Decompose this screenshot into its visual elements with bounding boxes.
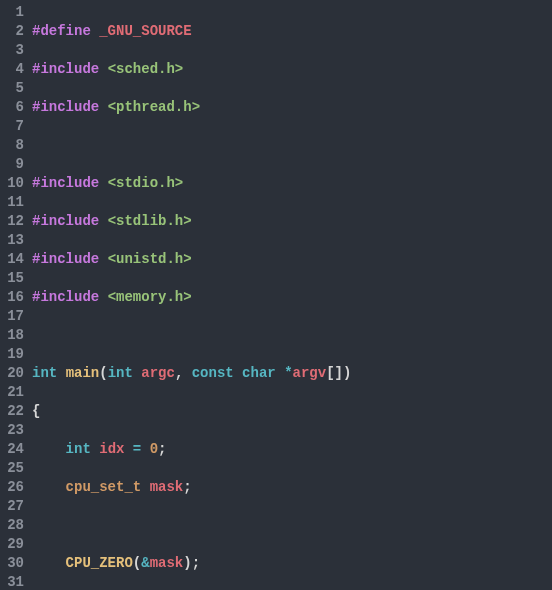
token-header: <memory.h>	[108, 289, 192, 305]
token-op: =	[133, 441, 141, 457]
code-line[interactable]: int idx = 0;	[32, 440, 552, 459]
code-line[interactable]: #include <pthread.h>	[32, 98, 552, 117]
line-number: 9	[0, 155, 24, 174]
code-line[interactable]	[32, 136, 552, 155]
line-number: 18	[0, 326, 24, 345]
token-punct: []	[326, 365, 343, 381]
line-number: 31	[0, 573, 24, 590]
line-number: 29	[0, 535, 24, 554]
code-line[interactable]: cpu_set_t mask;	[32, 478, 552, 497]
token-type: int	[108, 365, 133, 381]
line-number: 6	[0, 98, 24, 117]
line-number: 4	[0, 60, 24, 79]
line-number: 2	[0, 22, 24, 41]
code-line[interactable]: #define _GNU_SOURCE	[32, 22, 552, 41]
code-editor: 1 2 3 4 5 6 7 8 9 10 11 12 13 14 15 16 1…	[0, 0, 552, 590]
line-number: 13	[0, 231, 24, 250]
line-number: 23	[0, 421, 24, 440]
code-line[interactable]: int main(int argc, const char *argv[])	[32, 364, 552, 383]
line-number: 22	[0, 402, 24, 421]
token-type: int	[66, 441, 91, 457]
token-header: <stdlib.h>	[108, 213, 192, 229]
line-number: 19	[0, 345, 24, 364]
line-number: 25	[0, 459, 24, 478]
token-punct: ;	[158, 441, 166, 457]
token-preproc: #include	[32, 61, 99, 77]
token-header: <stdio.h>	[108, 175, 184, 191]
token-punct: ,	[175, 365, 183, 381]
token-header: <unistd.h>	[108, 251, 192, 267]
token-header: <sched.h>	[108, 61, 184, 77]
token-preproc: #define	[32, 23, 91, 39]
line-number: 30	[0, 554, 24, 573]
line-number: 26	[0, 478, 24, 497]
token-punct: )	[343, 365, 351, 381]
code-line[interactable]	[32, 326, 552, 345]
code-line[interactable]: #include <stdlib.h>	[32, 212, 552, 231]
token-punct: ;	[183, 479, 191, 495]
line-number: 16	[0, 288, 24, 307]
token-type: int	[32, 365, 57, 381]
code-line[interactable]: #include <stdio.h>	[32, 174, 552, 193]
token-preproc: #include	[32, 175, 99, 191]
line-number: 10	[0, 174, 24, 193]
line-number: 28	[0, 516, 24, 535]
token-preproc: #include	[32, 213, 99, 229]
token-punct: ;	[192, 555, 200, 571]
token-preproc: #include	[32, 99, 99, 115]
line-number: 5	[0, 79, 24, 98]
token-func: main	[66, 365, 100, 381]
line-number: 17	[0, 307, 24, 326]
token-preproc: #include	[32, 251, 99, 267]
token-type: char	[242, 365, 276, 381]
token-ident: argv	[293, 365, 327, 381]
line-number: 8	[0, 136, 24, 155]
token-op: *	[284, 365, 292, 381]
code-area[interactable]: #define _GNU_SOURCE #include <sched.h> #…	[30, 3, 552, 590]
code-line[interactable]	[32, 516, 552, 535]
line-number: 24	[0, 440, 24, 459]
token-preproc: #include	[32, 289, 99, 305]
line-number: 14	[0, 250, 24, 269]
code-line[interactable]: {	[32, 402, 552, 421]
line-number: 27	[0, 497, 24, 516]
line-number-gutter: 1 2 3 4 5 6 7 8 9 10 11 12 13 14 15 16 1…	[0, 3, 30, 590]
code-line[interactable]: #include <memory.h>	[32, 288, 552, 307]
token-func: CPU_ZERO	[66, 555, 133, 571]
code-line[interactable]: #include <unistd.h>	[32, 250, 552, 269]
token-ident: argc	[141, 365, 175, 381]
token-ident: mask	[150, 555, 184, 571]
token-number: 0	[150, 441, 158, 457]
line-number: 12	[0, 212, 24, 231]
line-number: 21	[0, 383, 24, 402]
token-punct: (	[99, 365, 107, 381]
line-number: 11	[0, 193, 24, 212]
token-ident: mask	[150, 479, 184, 495]
token-punct: )	[183, 555, 191, 571]
code-line[interactable]: #include <sched.h>	[32, 60, 552, 79]
token-type: cpu_set_t	[66, 479, 142, 495]
token-ident: idx	[99, 441, 124, 457]
token-header: <pthread.h>	[108, 99, 200, 115]
line-number: 1	[0, 3, 24, 22]
line-number: 20	[0, 364, 24, 383]
code-line[interactable]: CPU_ZERO(&mask);	[32, 554, 552, 573]
token-punct: (	[133, 555, 141, 571]
line-number: 15	[0, 269, 24, 288]
token-op: &	[141, 555, 149, 571]
line-number: 3	[0, 41, 24, 60]
line-number: 7	[0, 117, 24, 136]
token-keyword: const	[192, 365, 234, 381]
token-macro: _GNU_SOURCE	[99, 23, 191, 39]
token-punct: {	[32, 403, 40, 419]
